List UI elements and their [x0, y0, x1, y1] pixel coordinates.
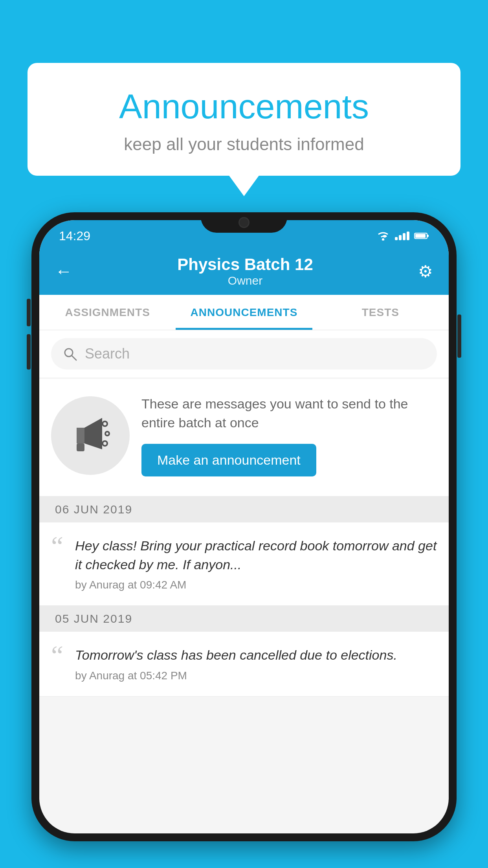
megaphone-icon [69, 414, 112, 457]
announcement-item-1[interactable]: “ Hey class! Bring your practical record… [39, 522, 449, 606]
phone-wrapper: 14:29 [31, 212, 457, 868]
svg-marker-6 [77, 428, 84, 443]
speech-bubble-subtitle: keep all your students informed [47, 134, 441, 154]
search-bar[interactable]: Search [51, 338, 437, 370]
phone-screen: 14:29 [39, 220, 449, 833]
quote-icon-1: “ [51, 533, 63, 560]
wifi-icon [376, 231, 390, 241]
announcement-item-2[interactable]: “ Tomorrow's class has been cancelled du… [39, 632, 449, 697]
search-icon [63, 347, 77, 361]
svg-point-10 [105, 432, 109, 436]
header-title-block: Physics Batch 12 Owner [177, 255, 313, 287]
phone-frame: 14:29 [31, 212, 457, 841]
status-time: 14:29 [59, 229, 90, 243]
promo-text: These are messages you want to send to t… [141, 395, 437, 432]
tab-bar: ASSIGNMENTS ANNOUNCEMENTS TESTS [39, 295, 449, 330]
volume-down-button [27, 334, 31, 370]
header-title: Physics Batch 12 [177, 255, 313, 274]
svg-point-11 [103, 441, 107, 446]
promo-icon-circle [51, 396, 130, 475]
search-placeholder: Search [85, 346, 130, 362]
phone-notch [201, 212, 287, 233]
quote-icon-2: “ [51, 642, 63, 669]
date-separator-2: 05 JUN 2019 [39, 606, 449, 632]
back-button[interactable]: ← [55, 261, 72, 281]
svg-marker-7 [84, 418, 102, 449]
promo-content: These are messages you want to send to t… [141, 395, 437, 476]
date-separator-1: 06 JUN 2019 [39, 497, 449, 522]
promo-card: These are messages you want to send to t… [39, 379, 449, 497]
status-icons [376, 231, 429, 241]
tab-assignments[interactable]: ASSIGNMENTS [39, 295, 176, 330]
tab-announcements[interactable]: ANNOUNCEMENTS [176, 295, 312, 330]
announcement-text-2: Tomorrow's class has been cancelled due … [75, 646, 437, 665]
header-subtitle: Owner [177, 274, 313, 287]
svg-line-5 [72, 356, 76, 360]
announcement-content-2: Tomorrow's class has been cancelled due … [75, 646, 437, 682]
svg-point-9 [103, 421, 107, 426]
svg-rect-2 [415, 234, 426, 238]
announcement-text-1: Hey class! Bring your practical record b… [75, 537, 437, 574]
announcement-content-1: Hey class! Bring your practical record b… [75, 537, 437, 591]
volume-up-button [27, 299, 31, 326]
speech-bubble-title: Announcements [47, 86, 441, 127]
make-announcement-button[interactable]: Make an announcement [141, 444, 316, 476]
power-button [457, 314, 461, 358]
speech-bubble-container: Announcements keep all your students inf… [28, 63, 460, 176]
app-header: ← Physics Batch 12 Owner ⚙ [39, 248, 449, 295]
svg-point-0 [382, 238, 384, 241]
tab-tests[interactable]: TESTS [312, 295, 449, 330]
announcement-meta-1: by Anurag at 09:42 AM [75, 579, 437, 591]
search-container: Search [39, 330, 449, 377]
announcement-meta-2: by Anurag at 05:42 PM [75, 669, 437, 682]
battery-icon [414, 232, 429, 240]
signal-icon [395, 232, 409, 240]
svg-rect-8 [77, 443, 84, 451]
settings-button[interactable]: ⚙ [418, 262, 433, 281]
speech-bubble: Announcements keep all your students inf… [28, 63, 460, 176]
front-camera [238, 217, 250, 228]
svg-rect-3 [427, 235, 429, 237]
